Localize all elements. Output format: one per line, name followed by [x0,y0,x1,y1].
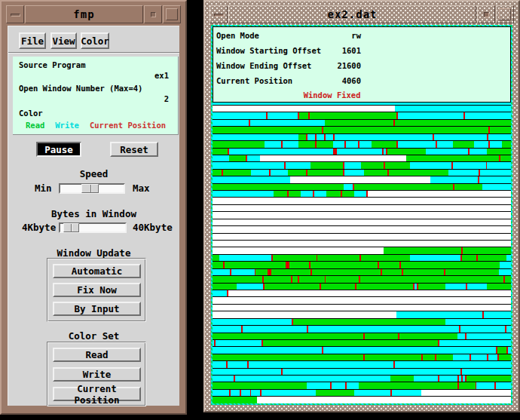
bar-row [213,368,511,375]
bar-segment-write [250,120,325,126]
menu-button-view[interactable]: View [50,32,77,49]
legend-current-position: Current Position [90,121,166,130]
pause-button[interactable]: Pause [36,142,81,157]
bar-row [213,233,511,240]
info-row-open-mode: Open Moderw [213,29,510,44]
bar-segment-empty [213,205,511,211]
bar-segment-read [497,347,506,353]
bar-segment-write [219,255,271,261]
bar-row [213,339,511,346]
fmp-titlebar[interactable]: fmp [6,5,181,23]
bar-segment-write [283,369,460,375]
bar-segment-read [490,127,511,133]
bar-segment-write [392,390,422,396]
bar-segment-read [385,162,411,168]
bar-segment-write [354,390,390,396]
bar-segment-write [307,382,331,388]
bar-segment-read [387,149,426,155]
bar-segment-read [289,262,309,268]
bar-segment-read [321,284,355,290]
bar-segment-read [384,247,461,253]
bar-segment-read [293,319,445,325]
bar-segment-write [410,255,460,261]
bar-segment-read [298,141,315,147]
bar-segment-read [299,112,308,118]
info-row-window-starting-offset: Window Starting Offset1601 [213,44,510,60]
bar-segment-read [454,184,483,190]
info-row-window-ending-offset: Window Ending Offset21600 [213,60,510,75]
ex2-content: Open ModerwWindow Starting Offset1601Win… [211,25,512,405]
bar-segment-read [445,269,499,275]
bar-segment-empty [228,290,511,296]
read-button[interactable]: Read [53,348,141,362]
bar-row [213,176,511,182]
bar-segment-read [390,376,414,382]
bar-segment-write [410,162,451,168]
bytes-slider-handle[interactable] [63,223,79,232]
bar-segment-write [453,354,470,360]
bar-segment-read [459,382,476,388]
fmp-window-title: fmp [25,5,143,23]
bar-row [213,126,511,133]
bar-segment-read [223,170,251,176]
minimize-button[interactable] [477,5,495,23]
ex2-titlebar[interactable]: ex2.dat [210,5,514,23]
fmp-content: FileViewColor Source Program ex1 Open Wi… [8,26,179,406]
menu-button-color[interactable]: Color [81,32,109,49]
bar-segment-write [326,134,333,140]
bar-row [213,105,511,112]
info-label: Open Mode [216,29,259,42]
bar-segment-read [365,354,421,360]
bar-segment-read [365,333,398,339]
ex2-info-panel: Open ModerwWindow Starting Offset1601Win… [213,26,511,103]
maximize-button[interactable] [496,5,514,23]
bar-row [213,311,511,317]
minimize-button[interactable] [144,5,162,23]
by-input-button[interactable]: By Input [53,302,141,316]
window-update-title: Window Update [8,247,179,259]
bar-segment-write [344,162,361,168]
bar-segment-write [247,155,261,161]
bar-segment-write [332,382,345,388]
window-menu-button[interactable] [210,5,228,23]
bar-segment-empty [260,155,406,161]
speed-title: Speed [8,168,179,179]
bar-segment-write [213,290,227,296]
bar-segment-write [474,141,489,147]
bar-segment-empty [290,176,430,182]
bar-segment-write [235,376,390,382]
window-menu-button[interactable] [6,5,24,23]
bar-segment-write [265,141,281,147]
fmp-info-panel: Source Program ex1 Open Window Number (M… [13,57,179,135]
bar-segment-read [361,255,410,261]
bar-segment-write [213,326,241,332]
bar-segment-read [361,162,384,168]
bytes-slider[interactable] [59,222,127,233]
bar-row [213,148,511,155]
current-position-button[interactable]: Current Position [53,387,141,401]
bar-segment-write [506,255,511,261]
bar-segment-write [488,354,497,360]
bar-segment-write [228,361,247,367]
bar-segment-read [401,262,500,268]
bar-segment-read [463,247,511,253]
bar-row [213,119,511,126]
bar-segment-read [213,149,228,155]
bar-segment-read [213,262,223,268]
maximize-button[interactable] [163,5,181,23]
write-button[interactable]: Write [53,367,141,382]
bar-segment-read [466,376,511,382]
bar-segment-write [476,382,494,388]
minimize-icon [151,12,156,17]
bar-segment-read [310,162,343,168]
fix-now-button[interactable]: Fix Now [53,283,141,297]
bar-segment-empty [213,106,395,112]
speed-slider-handle[interactable] [81,184,99,193]
automatic-button[interactable]: Automatic [53,264,141,278]
bar-row [213,211,511,218]
bar-segment-write [213,369,281,375]
reset-button[interactable]: Reset [110,142,158,157]
bytes-max-label: 40Kbyte [133,222,173,233]
menu-button-file[interactable]: File [19,32,46,49]
speed-slider[interactable] [59,183,125,194]
